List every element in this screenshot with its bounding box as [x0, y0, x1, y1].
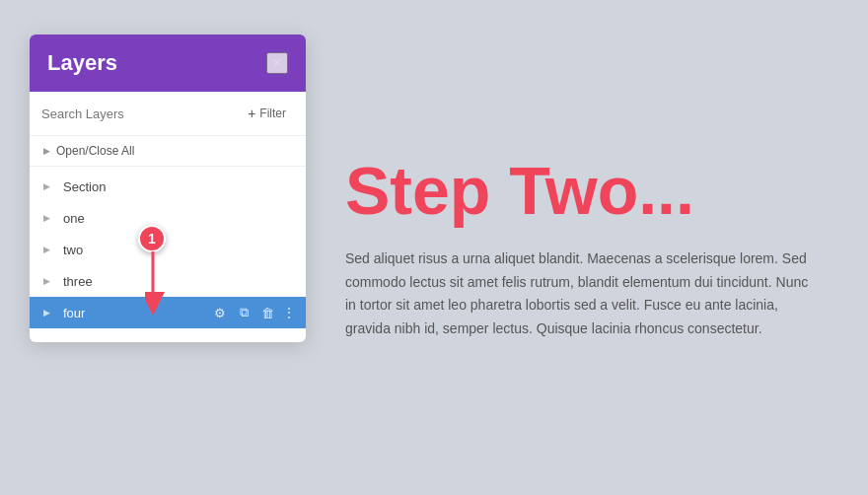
- layer-arrow: ▶: [43, 308, 57, 318]
- trash-icon[interactable]: 🗑: [258, 304, 276, 321]
- filter-button[interactable]: + Filter: [240, 102, 294, 125]
- layer-arrow: ▶: [43, 245, 57, 254]
- gear-icon[interactable]: ⚙: [211, 209, 229, 227]
- layer-arrow: ▶: [43, 181, 57, 191]
- layer-name: one: [63, 211, 211, 226]
- layer-name: four: [63, 306, 211, 320]
- main-content: Step Two... Sed aliquet risus a urna ali…: [296, 0, 868, 495]
- dots-icon[interactable]: ⋮: [282, 305, 296, 320]
- copy-icon[interactable]: ⧉: [235, 304, 253, 321]
- trash-icon[interactable]: 🗑: [258, 177, 276, 195]
- layer-item-four[interactable]: ▶ four ⚙ ⧉ 🗑 ⋮: [30, 297, 306, 328]
- trash-icon[interactable]: 🗑: [258, 272, 276, 290]
- layers-list: ▶ Section ⚙ ⧉ 🗑 ⋮ ▶ one ⚙ ⧉ 🗑 ⋮ ▶ two ⚙ …: [30, 167, 306, 332]
- layer-actions: ⚙ ⧉ 🗑 ⋮: [211, 304, 296, 321]
- layer-name: three: [63, 274, 211, 289]
- panel-header: Layers ×: [30, 35, 306, 92]
- layer-name: Section: [63, 179, 211, 194]
- open-close-label: Open/Close All: [56, 144, 134, 158]
- copy-icon[interactable]: ⧉: [235, 177, 253, 195]
- gear-icon[interactable]: ⚙: [211, 272, 229, 290]
- dots-icon[interactable]: ⋮: [282, 178, 296, 194]
- panel-title: Layers: [47, 50, 117, 76]
- layer-item-section[interactable]: ▶ Section ⚙ ⧉ 🗑 ⋮: [30, 171, 306, 202]
- gear-icon[interactable]: ⚙: [211, 304, 229, 321]
- dots-icon[interactable]: ⋮: [282, 210, 296, 226]
- layer-arrow: ▶: [43, 276, 57, 286]
- copy-icon[interactable]: ⧉: [235, 241, 253, 258]
- layer-arrow: ▶: [43, 213, 57, 223]
- layer-name: two: [63, 243, 211, 257]
- trash-icon[interactable]: 🗑: [258, 209, 276, 227]
- step-title: Step Two...: [345, 154, 819, 228]
- close-button[interactable]: ×: [266, 52, 288, 74]
- step-description: Sed aliquet risus a urna aliquet blandit…: [345, 248, 819, 341]
- dots-icon[interactable]: ⋮: [282, 273, 296, 289]
- copy-icon[interactable]: ⧉: [235, 272, 253, 290]
- layer-item-two[interactable]: ▶ two ⚙ ⧉ 🗑 ⋮: [30, 234, 306, 265]
- copy-icon[interactable]: ⧉: [235, 209, 253, 227]
- gear-icon[interactable]: ⚙: [211, 177, 229, 195]
- trash-icon[interactable]: 🗑: [258, 241, 276, 258]
- layer-item-one[interactable]: ▶ one ⚙ ⧉ 🗑 ⋮: [30, 202, 306, 234]
- layer-item-three[interactable]: ▶ three ⚙ ⧉ 🗑 ⋮: [30, 265, 306, 297]
- search-bar: + Filter: [30, 92, 306, 136]
- filter-label: Filter: [259, 106, 286, 120]
- search-input[interactable]: [41, 106, 232, 121]
- plus-icon: +: [248, 106, 255, 121]
- dots-icon[interactable]: ⋮: [282, 242, 296, 257]
- open-close-all[interactable]: Open/Close All: [30, 136, 306, 167]
- gear-icon[interactable]: ⚙: [211, 241, 229, 258]
- layers-panel: Layers × + Filter Open/Close All ▶ Secti…: [30, 35, 306, 342]
